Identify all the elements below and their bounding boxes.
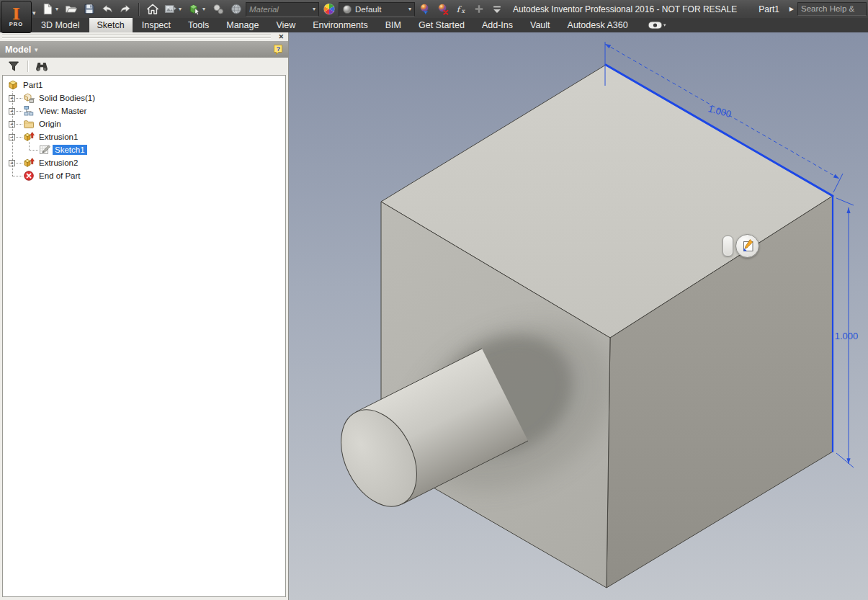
- extrusion-icon: [23, 131, 35, 143]
- undo-icon[interactable]: [99, 2, 115, 17]
- title-bar: I PRO ▾ ▾▾▾Material▾Default▾fx Autodesk …: [0, 0, 868, 18]
- viewport-canvas[interactable]: 1.000 1.000: [289, 32, 868, 600]
- tree-connector: [16, 137, 22, 138]
- tree-connector: [16, 124, 22, 125]
- tree-connector: [16, 163, 22, 164]
- application-menu-caret-icon[interactable]: ▾: [32, 9, 36, 17]
- tree-connector: [29, 142, 30, 150]
- redo-icon[interactable]: [117, 2, 133, 17]
- browser-title[interactable]: Model: [5, 45, 31, 55]
- clear-appearance-icon[interactable]: [434, 2, 451, 17]
- chevron-down-icon[interactable]: ▾: [202, 6, 208, 12]
- tab-environments[interactable]: Environments: [305, 18, 375, 32]
- tab-bim[interactable]: BIM: [377, 18, 409, 32]
- find-icon[interactable]: [35, 60, 49, 73]
- image-icon[interactable]: [162, 2, 179, 17]
- tab-autodesk-a360[interactable]: Autodesk A360: [560, 18, 636, 32]
- tree-connector: [29, 150, 38, 151]
- parameters-fx-icon[interactable]: fx: [452, 2, 469, 17]
- tab-view[interactable]: View: [268, 18, 303, 32]
- panel-splitter-handle[interactable]: ✕: [0, 32, 288, 41]
- color-wheel-icon[interactable]: [321, 2, 337, 17]
- sphere-icon: [342, 4, 352, 14]
- search-expand-icon[interactable]: ▶: [786, 6, 797, 12]
- tab-sketch[interactable]: Sketch: [89, 18, 133, 32]
- grip-handle-icon[interactable]: [722, 236, 733, 256]
- application-menu-button[interactable]: I PRO: [1, 1, 32, 33]
- tab-get-started[interactable]: Get Started: [411, 18, 473, 32]
- appearance-combo-value: Default: [355, 5, 406, 14]
- tree-item-origin[interactable]: +Origin: [3, 117, 285, 130]
- tree-item-extrusion1[interactable]: −Extrusion1: [3, 130, 285, 143]
- svg-text:x: x: [461, 7, 465, 14]
- tree-item-end-of-part[interactable]: End of Part: [3, 169, 285, 182]
- tree-connector: [16, 98, 22, 99]
- a360-status-icon[interactable]: [648, 18, 666, 32]
- tab-manage[interactable]: Manage: [218, 18, 267, 32]
- toolbar-divider: [27, 61, 28, 72]
- tab-tools[interactable]: Tools: [180, 18, 217, 32]
- chevron-down-icon[interactable]: ▾: [313, 6, 316, 12]
- tab-vault[interactable]: Vault: [522, 18, 558, 32]
- add-icon: [470, 2, 487, 17]
- tree-item-label[interactable]: Part1: [21, 80, 45, 90]
- inventor-logo-icon: I: [12, 6, 20, 21]
- tree-item-sketch1[interactable]: Sketch1: [3, 143, 285, 156]
- edit-sketch-button[interactable]: [735, 234, 759, 258]
- browser-header: Model ▾ ?: [0, 41, 288, 58]
- part-icon: [7, 79, 19, 91]
- end-of-part-icon: [23, 170, 35, 182]
- home-icon[interactable]: [144, 2, 161, 17]
- chevron-down-icon[interactable]: ▾: [408, 6, 411, 12]
- tree-connector: [16, 111, 22, 112]
- select-box-icon[interactable]: [186, 2, 202, 17]
- mini-toolbar: [722, 234, 759, 258]
- window-title: Autodesk Inventor Professional 2016 - NO…: [513, 4, 737, 14]
- browser-toolbar: [0, 58, 288, 75]
- browser-title-caret-icon[interactable]: ▾: [35, 46, 38, 53]
- material-combo[interactable]: Material▾: [246, 2, 319, 17]
- dimension-label-right[interactable]: 1.000: [835, 331, 859, 341]
- tree-item-part1[interactable]: Part1: [3, 79, 285, 91]
- open-folder-icon[interactable]: [63, 2, 79, 17]
- view-master-icon: [23, 105, 35, 117]
- tree-item-label[interactable]: End of Part: [37, 171, 83, 181]
- qat-customize-caret-icon[interactable]: [488, 2, 505, 17]
- tree-item-label[interactable]: Extrusion2: [37, 158, 80, 168]
- main-area: ✕ Model ▾ ? Part1+Solid Bodies(1)+View: …: [0, 32, 868, 600]
- help-search-area: ▶: [786, 1, 867, 16]
- tree-item-label[interactable]: Origin: [37, 119, 63, 129]
- appearance-globe-icon[interactable]: [228, 2, 244, 17]
- viewport-3d: 1.000 1.000: [289, 32, 868, 600]
- tree-item-label[interactable]: Sketch1: [53, 145, 87, 155]
- tree-item-solid-bodies-1[interactable]: +Solid Bodies(1): [3, 91, 285, 104]
- tree-item-extrusion2[interactable]: +Extrusion2: [3, 156, 285, 169]
- tab-add-ins[interactable]: Add-Ins: [474, 18, 521, 32]
- tab-inspect[interactable]: Inspect: [134, 18, 179, 32]
- filter-icon[interactable]: [6, 60, 21, 73]
- tree-item-label[interactable]: Extrusion1: [37, 132, 80, 142]
- new-file-icon[interactable]: [39, 2, 55, 17]
- solid-bodies-icon: [23, 92, 35, 104]
- panel-close-icon[interactable]: ✕: [278, 33, 284, 40]
- adjust-appearance-icon[interactable]: [416, 2, 433, 17]
- extrusion-icon: [23, 157, 35, 169]
- save-icon[interactable]: [81, 2, 97, 17]
- tree-connector: [12, 176, 22, 176]
- spheres-icon[interactable]: [210, 2, 226, 17]
- tab-3d-model[interactable]: 3D Model: [33, 18, 88, 32]
- document-name: Part1: [759, 4, 779, 14]
- tree-item-view-master[interactable]: +View: Master: [3, 104, 285, 117]
- tree-item-label[interactable]: Solid Bodies(1): [37, 93, 97, 103]
- chevron-down-icon[interactable]: ▾: [55, 6, 61, 12]
- chevron-down-icon[interactable]: ▾: [179, 6, 184, 12]
- help-icon[interactable]: ?: [273, 44, 283, 55]
- tree-connector: [12, 91, 13, 176]
- model-browser-panel: ✕ Model ▾ ? Part1+Solid Bodies(1)+View: …: [0, 32, 289, 600]
- tree-item-label[interactable]: View: Master: [37, 106, 89, 116]
- search-help-input[interactable]: [797, 2, 867, 16]
- svg-text:?: ?: [276, 45, 280, 53]
- quick-access-toolbar: ▾▾▾Material▾Default▾fx: [39, 1, 505, 17]
- folder-icon: [23, 118, 35, 130]
- appearance-combo[interactable]: Default▾: [339, 2, 415, 17]
